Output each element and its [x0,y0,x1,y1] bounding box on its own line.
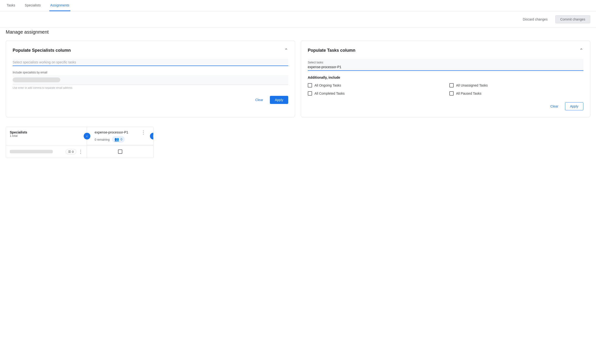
tasks-card: Populate Tasks column ⌃ Select tasks exp… [301,41,590,117]
specialists-apply-button[interactable]: Apply [270,96,288,104]
specialist-actions: ☰ 0 ⋮ [66,149,83,155]
specialists-search-input[interactable] [13,59,288,66]
specialists-collapse-icon[interactable]: ⌃ [284,47,288,53]
checkbox-ongoing-box[interactable] [308,83,312,88]
email-label: Include specialists by email [13,71,288,74]
specialists-card-title: Populate Specialists column [13,48,71,53]
table-header-row: Specialists 1 total ‹ expense-processor-… [6,127,153,145]
list-icon: ☰ [68,150,71,154]
checkbox-completed-label: All Completed Tasks [314,91,345,95]
task-name: expense-processor-P1 [95,130,128,134]
checkbox-paused-label: All Paused Tasks [456,91,481,95]
checkbox-ongoing[interactable]: All Ongoing Tasks [308,83,442,88]
specialist-name [10,150,53,153]
tasks-select-wrapper: Select tasks expense-processor-P1 [308,59,583,71]
specialists-col-header: Specialists 1 total [6,127,87,145]
specialists-col-title: Specialists [10,130,83,134]
discard-button[interactable]: Discard changes [519,15,551,23]
specialists-card-header: Populate Specialists column ⌃ [13,47,288,53]
table-row: ☰ 0 ⋮ [6,145,153,158]
cards-container: Populate Specialists column ⌃ Include sp… [0,41,596,117]
checkbox-completed[interactable]: All Completed Tasks [308,91,442,96]
specialists-card: Populate Specialists column ⌃ Include sp… [6,41,295,117]
task-count-value: 0 [121,138,122,141]
tasks-clear-button[interactable]: Clear [548,103,561,110]
tasks-card-header: Populate Tasks column ⌃ [308,47,583,53]
checkbox-paused-box[interactable] [449,91,454,96]
checkbox-paused[interactable]: All Paused Tasks [449,91,583,96]
email-field-group: Include specialists by email Use enter o… [13,71,288,89]
specialists-card-footer: Clear Apply [13,96,288,104]
tasks-card-footer: Clear Apply [308,102,583,110]
table-section: Specialists 1 total ‹ expense-processor-… [0,117,596,164]
commit-button[interactable]: Commit changes [555,15,590,23]
task-more-icon[interactable]: ⋮ [141,129,146,135]
assignment-cell [87,145,153,158]
specialist-list-badge[interactable]: ☰ 0 [66,149,76,155]
tasks-apply-button[interactable]: Apply [565,102,583,110]
assignment-checkbox[interactable] [118,149,122,154]
checkbox-unassigned-label: All Unassigned Tasks [456,83,488,87]
tasks-select-group: Select tasks expense-processor-P1 [308,59,583,71]
checkbox-unassigned-box[interactable] [449,83,454,88]
tasks-select-label: Select tasks [308,61,583,64]
email-chips [13,77,288,82]
additionally-label: Additionally, include [308,75,583,79]
list-count: 0 [72,150,74,154]
badge-people-icon: 👥 [114,137,119,141]
task-nav-right-button[interactable]: › [150,133,154,140]
task-count-badge: 👥 0 [112,136,125,142]
checkbox-grid: All Ongoing Tasks All Unassigned Tasks A… [308,83,583,96]
email-hint: Use enter or add comma to separate email… [13,86,288,89]
task-name-row: expense-processor-P1 ⋮ [95,129,146,135]
page-title: Manage assignment [0,27,596,41]
checkbox-ongoing-label: All Ongoing Tasks [314,83,341,87]
specialists-search-group [13,59,288,66]
toolbar: Discard changes Commit changes [0,11,596,27]
assignment-table: Specialists 1 total ‹ expense-processor-… [6,127,154,158]
nav-tasks[interactable]: Tasks [6,0,16,11]
nav-assignments[interactable]: Assignments [49,0,70,11]
nav-specialists[interactable]: Specialists [24,0,42,11]
tasks-card-title: Populate Tasks column [308,48,356,53]
email-chip-blurred [13,77,60,82]
task-col-header: ‹ expense-processor-P1 ⋮ 0 remaining 👥 0 [87,127,153,145]
checkbox-completed-box[interactable] [308,91,312,96]
specialist-more-icon[interactable]: ⋮ [78,149,83,155]
specialist-cell: ☰ 0 ⋮ [6,145,87,158]
specialists-clear-button[interactable]: Clear [253,96,266,104]
tasks-select-value: expense-processor-P1 [308,65,583,69]
tasks-collapse-icon[interactable]: ⌃ [579,47,583,53]
top-nav: Tasks Specialists Assignments [0,0,596,11]
task-header-content: expense-processor-P1 ⋮ 0 remaining 👥 0 [90,129,150,142]
checkbox-unassigned[interactable]: All Unassigned Tasks [449,83,583,88]
specialists-count: 1 total [10,134,83,138]
email-field-wrapper [13,75,288,85]
task-nav-left-button[interactable]: ‹ [84,133,90,140]
task-remaining: 0 remaining [95,138,110,141]
